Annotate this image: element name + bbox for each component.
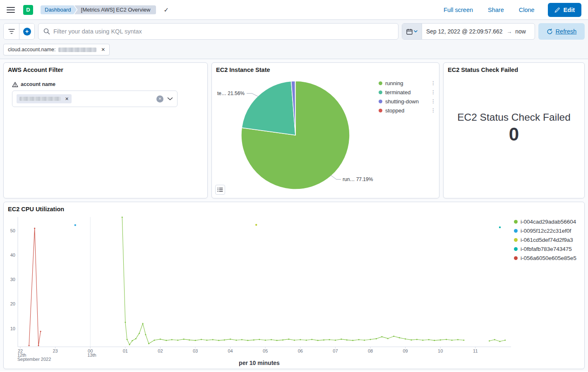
date-range-arrow-icon: → xyxy=(506,29,512,35)
x-axis-title: per 10 minutes xyxy=(4,360,515,366)
legend-dot xyxy=(379,91,382,94)
legend-label: shutting-down xyxy=(385,98,419,105)
legend-item-instance-1[interactable]: i-004cad29adab56604 xyxy=(514,217,581,226)
legend-item-stopped[interactable]: stopped ⋮ xyxy=(379,106,437,115)
date-range-picker: Sep 12, 2022 @ 22:09:57.662 → now xyxy=(402,23,535,40)
legend-item-instance-3[interactable]: i-061cd5def74d2f9a3 xyxy=(514,235,581,244)
add-filter-button[interactable]: + xyxy=(19,24,34,39)
account-name-combobox[interactable]: ✕ ✕ xyxy=(12,91,178,107)
top-navigation-bar: D Dashboard [Metrics AWS] EC2 Overview ✓… xyxy=(0,0,588,20)
selected-account-pill[interactable]: ✕ xyxy=(17,94,72,103)
legend-label: i-0095f12c22c31ef0f xyxy=(521,228,571,234)
svg-text:02: 02 xyxy=(158,348,163,353)
legend-item-instance-4[interactable]: i-0fbfafb783e743475 xyxy=(514,244,581,253)
legend-label: stopped xyxy=(385,107,404,114)
legend-dot xyxy=(379,81,382,85)
svg-text:08: 08 xyxy=(368,348,373,353)
query-bar: + Sep 12, 2022 @ 22:09:57.662 → now Refr… xyxy=(3,23,585,40)
chevron-down-icon[interactable] xyxy=(167,97,173,100)
legend-dot xyxy=(379,109,382,112)
legend-item-shutting-down[interactable]: shutting-down ⋮ xyxy=(379,97,437,106)
svg-text:30: 30 xyxy=(10,277,15,282)
legend-label: i-0fbfafb783e743475 xyxy=(521,246,572,252)
share-link[interactable]: Share xyxy=(488,7,504,13)
chevron-down-icon xyxy=(414,30,418,33)
calendar-icon xyxy=(406,29,413,35)
legend-toggle-button[interactable] xyxy=(215,185,225,195)
clear-selection-icon[interactable]: ✕ xyxy=(156,95,163,103)
menu-icon[interactable] xyxy=(7,7,15,13)
panel-title: EC2 Instance State xyxy=(212,63,439,73)
account-name-field-label-row: account name xyxy=(12,81,207,87)
filter-icon[interactable] xyxy=(4,24,19,39)
legend-dot xyxy=(514,220,518,224)
filter-pill-redacted-value xyxy=(58,48,96,52)
svg-text:11: 11 xyxy=(473,348,478,353)
cpu-utilization-line-chart[interactable]: 10203040502212thSeptember 2022230013th01… xyxy=(4,213,515,367)
svg-text:10: 10 xyxy=(438,348,443,353)
svg-text:07: 07 xyxy=(333,348,338,353)
kql-search-bar[interactable] xyxy=(38,23,398,40)
legend-item-menu-icon[interactable]: ⋮ xyxy=(430,98,437,104)
legend-dot xyxy=(514,238,518,242)
legend-label: terminated xyxy=(385,89,410,95)
refresh-button-label: Refresh xyxy=(556,28,577,35)
status-metric: EC2 Status Check Failed 0 xyxy=(444,112,584,145)
edit-button[interactable]: Edit xyxy=(548,3,581,17)
legend-item-menu-icon[interactable]: ⋮ xyxy=(430,107,437,113)
filter-controls-group: + xyxy=(3,23,35,40)
legend-label: i-004cad29adab56604 xyxy=(521,219,576,225)
breadcrumb: Dashboard [Metrics AWS] EC2 Overview xyxy=(41,5,156,14)
filter-pill-close-icon[interactable]: ✕ xyxy=(99,47,105,52)
date-start-value[interactable]: Sep 12, 2022 @ 22:09:57.662 xyxy=(422,29,506,35)
legend-item-instance-2[interactable]: i-0095f12c22c31ef0f xyxy=(514,226,581,235)
legend-label: running xyxy=(385,80,403,86)
status-metric-value: 0 xyxy=(444,124,584,145)
legend-label: i-056a6050e605e85e5 xyxy=(521,255,576,261)
legend-item-instance-5[interactable]: i-056a6050e605e85e5 xyxy=(514,253,581,262)
svg-text:05: 05 xyxy=(263,348,268,353)
status-metric-label: EC2 Status Check Failed xyxy=(444,112,584,123)
legend-item-terminated[interactable]: terminated ⋮ xyxy=(379,88,437,97)
svg-text:04: 04 xyxy=(228,348,233,353)
list-icon xyxy=(217,187,223,192)
panel-title: EC2 CPU Utilization xyxy=(4,202,584,212)
legend-item-running[interactable]: running ⋮ xyxy=(379,79,437,88)
refresh-icon xyxy=(547,29,553,35)
full-screen-link[interactable]: Full screen xyxy=(444,7,473,13)
filter-pill-field: cloud.account.name: xyxy=(8,47,55,52)
applied-filters-row: cloud.account.name: ✕ xyxy=(3,44,585,55)
legend-dot xyxy=(514,256,518,260)
svg-text:20: 20 xyxy=(10,301,15,306)
clone-link[interactable]: Clone xyxy=(519,7,535,13)
breadcrumb-dashboard[interactable]: Dashboard xyxy=(41,5,77,14)
date-quick-select[interactable] xyxy=(402,24,422,39)
svg-text:03: 03 xyxy=(193,348,198,353)
legend-dot xyxy=(514,247,518,251)
search-input[interactable] xyxy=(53,28,393,35)
cpu-legend: i-004cad29adab56604 i-0095f12c22c31ef0f … xyxy=(514,217,581,262)
svg-text:50: 50 xyxy=(10,228,15,233)
panel-ec2-status-check-failed: EC2 Status Check Failed EC2 Status Check… xyxy=(443,62,585,198)
edit-button-label: Edit xyxy=(564,7,575,13)
dashboard-row-top: AWS Account Filter account name ✕ ✕ EC2 … xyxy=(0,62,588,198)
panel-aws-account-filter: AWS Account Filter account name ✕ ✕ xyxy=(3,62,208,198)
panel-title: AWS Account Filter xyxy=(4,63,207,73)
panel-title: EC2 Status Check Failed xyxy=(444,63,584,73)
query-and-filter-area: + Sep 12, 2022 @ 22:09:57.662 → now Refr… xyxy=(0,20,588,59)
legend-item-menu-icon[interactable]: ⋮ xyxy=(430,80,437,86)
pencil-icon xyxy=(554,7,560,13)
warning-icon xyxy=(12,82,18,87)
svg-text:06: 06 xyxy=(298,348,303,353)
deployment-badge[interactable]: D xyxy=(23,5,33,15)
legend-item-menu-icon[interactable]: ⋮ xyxy=(430,89,437,95)
remove-selection-icon[interactable]: ✕ xyxy=(63,96,69,102)
panel-ec2-instance-state: EC2 Instance State te… 21.56%run… 77.19%… xyxy=(211,62,439,198)
breadcrumb-current-dashboard[interactable]: [Metrics AWS] EC2 Overview xyxy=(74,5,156,14)
filter-pill-cloud-account-name[interactable]: cloud.account.name: ✕ xyxy=(3,44,110,55)
svg-text:23: 23 xyxy=(53,348,58,353)
account-name-field-label: account name xyxy=(21,81,55,87)
date-end-value[interactable]: now xyxy=(512,29,530,35)
refresh-button[interactable]: Refresh xyxy=(538,23,585,40)
selected-account-redacted-value xyxy=(19,97,61,101)
